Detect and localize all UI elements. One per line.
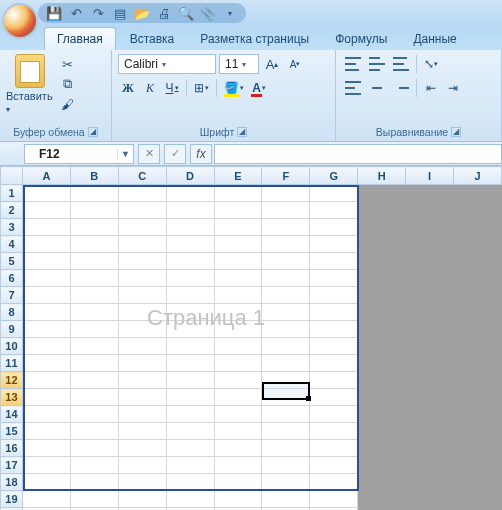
cell[interactable]	[118, 338, 166, 355]
cell[interactable]	[214, 270, 262, 287]
cell[interactable]	[214, 423, 262, 440]
cell[interactable]	[214, 219, 262, 236]
cell[interactable]	[453, 219, 501, 236]
cell[interactable]	[358, 372, 406, 389]
cell[interactable]	[262, 372, 310, 389]
cell[interactable]	[166, 406, 214, 423]
cell[interactable]	[358, 253, 406, 270]
cell[interactable]	[118, 321, 166, 338]
cell[interactable]	[262, 474, 310, 491]
cell[interactable]	[406, 304, 454, 321]
cell[interactable]	[22, 491, 70, 508]
row-header[interactable]: 15	[1, 423, 23, 440]
cell[interactable]	[166, 219, 214, 236]
cell[interactable]	[214, 287, 262, 304]
cell[interactable]	[22, 457, 70, 474]
cell[interactable]	[70, 491, 118, 508]
cell[interactable]	[166, 270, 214, 287]
cell[interactable]	[310, 440, 358, 457]
row-header[interactable]: 3	[1, 219, 23, 236]
office-button[interactable]	[2, 3, 38, 39]
cell[interactable]	[406, 202, 454, 219]
cell[interactable]	[118, 219, 166, 236]
cell[interactable]	[406, 372, 454, 389]
row-header[interactable]: 16	[1, 440, 23, 457]
cell[interactable]	[406, 355, 454, 372]
cell[interactable]	[453, 202, 501, 219]
cell[interactable]	[453, 440, 501, 457]
cell[interactable]	[166, 372, 214, 389]
cell[interactable]	[118, 423, 166, 440]
cell[interactable]	[310, 219, 358, 236]
cell[interactable]	[118, 440, 166, 457]
row-header[interactable]: 12	[1, 372, 23, 389]
cell[interactable]	[310, 338, 358, 355]
row-header[interactable]: 19	[1, 491, 23, 508]
row-header[interactable]: 18	[1, 474, 23, 491]
cell[interactable]	[358, 389, 406, 406]
cell[interactable]	[262, 304, 310, 321]
row-header[interactable]: 2	[1, 202, 23, 219]
cell[interactable]	[166, 287, 214, 304]
cell[interactable]	[406, 440, 454, 457]
cancel-formula-button[interactable]: ✕	[138, 144, 160, 164]
insert-function-button[interactable]: fx	[190, 144, 212, 164]
select-all-corner[interactable]	[1, 167, 23, 185]
cell[interactable]	[406, 219, 454, 236]
cell[interactable]	[262, 457, 310, 474]
cell[interactable]	[70, 440, 118, 457]
cell[interactable]	[406, 457, 454, 474]
cell[interactable]	[262, 270, 310, 287]
cell[interactable]	[453, 355, 501, 372]
cell[interactable]	[262, 219, 310, 236]
cell[interactable]	[22, 321, 70, 338]
cell[interactable]	[406, 406, 454, 423]
cell[interactable]	[310, 202, 358, 219]
cell[interactable]	[166, 185, 214, 202]
cell[interactable]	[310, 406, 358, 423]
cell[interactable]	[70, 185, 118, 202]
cell[interactable]	[118, 457, 166, 474]
cut-icon[interactable]: ✂	[58, 56, 76, 72]
cell[interactable]	[70, 202, 118, 219]
cell[interactable]	[358, 202, 406, 219]
qat-more-icon[interactable]: ▾	[222, 5, 238, 21]
row-header[interactable]: 9	[1, 321, 23, 338]
grow-font-button[interactable]: A▴	[262, 54, 282, 74]
cell[interactable]	[70, 457, 118, 474]
cell[interactable]	[358, 355, 406, 372]
cell[interactable]	[166, 423, 214, 440]
cell[interactable]	[262, 321, 310, 338]
cell[interactable]	[214, 338, 262, 355]
undo-icon[interactable]: ↶	[68, 5, 84, 21]
cell[interactable]	[118, 372, 166, 389]
cell[interactable]	[358, 423, 406, 440]
align-left-button[interactable]	[342, 78, 364, 98]
cell[interactable]	[358, 474, 406, 491]
row-header[interactable]: 17	[1, 457, 23, 474]
cell[interactable]	[453, 491, 501, 508]
row-header[interactable]: 4	[1, 236, 23, 253]
cell[interactable]	[118, 202, 166, 219]
new-icon[interactable]: ▤	[112, 5, 128, 21]
cell[interactable]	[262, 338, 310, 355]
cell[interactable]	[166, 440, 214, 457]
cell[interactable]	[358, 457, 406, 474]
cell[interactable]	[358, 219, 406, 236]
tab-data[interactable]: Данные	[401, 28, 468, 50]
cell[interactable]	[214, 491, 262, 508]
cell[interactable]	[166, 304, 214, 321]
formula-input[interactable]	[214, 144, 502, 164]
cell[interactable]	[310, 236, 358, 253]
tab-formulas[interactable]: Формулы	[323, 28, 399, 50]
cell[interactable]	[70, 219, 118, 236]
cell[interactable]	[214, 406, 262, 423]
cell[interactable]	[310, 389, 358, 406]
row-header[interactable]: 10	[1, 338, 23, 355]
cell[interactable]	[214, 304, 262, 321]
column-header[interactable]: H	[358, 167, 406, 185]
cell[interactable]	[214, 440, 262, 457]
cell[interactable]	[22, 474, 70, 491]
row-header[interactable]: 11	[1, 355, 23, 372]
copy-icon[interactable]: ⧉	[58, 76, 76, 92]
